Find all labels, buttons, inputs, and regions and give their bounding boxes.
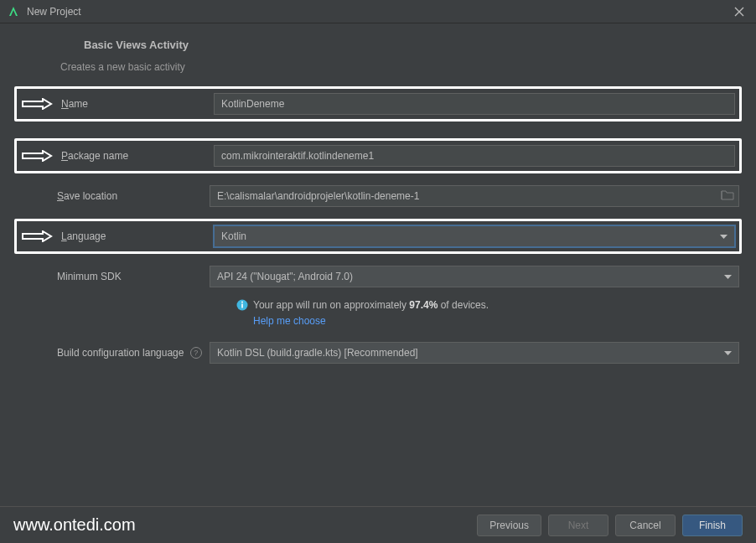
next-button: Next [548,515,608,536]
language-label: Language [61,230,214,242]
language-select[interactable]: Kotlin [214,225,735,247]
finish-button[interactable]: Finish [682,515,743,536]
svg-rect-1 [241,304,243,308]
section-subtitle: Creates a new basic activity [60,61,739,73]
titlebar: New Project [0,0,756,23]
save-location-row: Save location [17,185,739,207]
package-label: Package name [61,150,214,162]
package-row: Package name [14,138,742,173]
arrow-icon [21,230,53,242]
save-location-input[interactable] [210,185,739,207]
watermark: www.ontedi.com [13,515,136,535]
save-location-label: Save location [57,190,210,202]
arrow-icon [21,150,53,162]
name-label: Name [61,98,214,110]
build-config-select[interactable]: Kotlin DSL (build.gradle.kts) [Recommend… [210,342,739,364]
svg-point-2 [241,302,243,303]
name-input[interactable] [214,93,735,115]
minimum-sdk-label: Minimum SDK [57,271,210,282]
android-studio-icon [7,5,20,18]
help-icon[interactable]: ? [190,347,202,359]
footer: www.ontedi.com Previous Next Cancel Fini… [0,506,756,543]
footer-buttons: Previous Next Cancel Finish [477,515,743,536]
chevron-down-icon [724,271,732,282]
cancel-button[interactable]: Cancel [615,515,676,536]
name-row: Name [14,86,742,122]
info-icon [236,299,248,313]
build-config-label: Build configuration language ? [57,347,210,359]
dialog-content: Basic Views Activity Creates a new basic… [0,23,756,364]
minimum-sdk-row: Minimum SDK API 24 ("Nougat"; Android 7.… [17,266,739,287]
chevron-down-icon [720,230,728,242]
language-row: Language Kotlin [14,219,742,254]
arrow-icon [21,98,53,110]
close-button[interactable] [729,2,749,22]
package-input[interactable] [214,145,735,167]
previous-button[interactable]: Previous [477,515,541,536]
folder-icon[interactable] [721,189,734,203]
chevron-down-icon [724,347,732,359]
build-config-row: Build configuration language ? Kotlin DS… [17,342,739,364]
device-coverage-info: Your app will run on approximately 97.4%… [236,299,739,313]
minimum-sdk-select[interactable]: API 24 ("Nougat"; Android 7.0) [210,266,739,287]
section-title: Basic Views Activity [84,39,739,51]
window-title: New Project [27,6,81,18]
help-me-choose-link[interactable]: Help me choose [253,315,326,327]
